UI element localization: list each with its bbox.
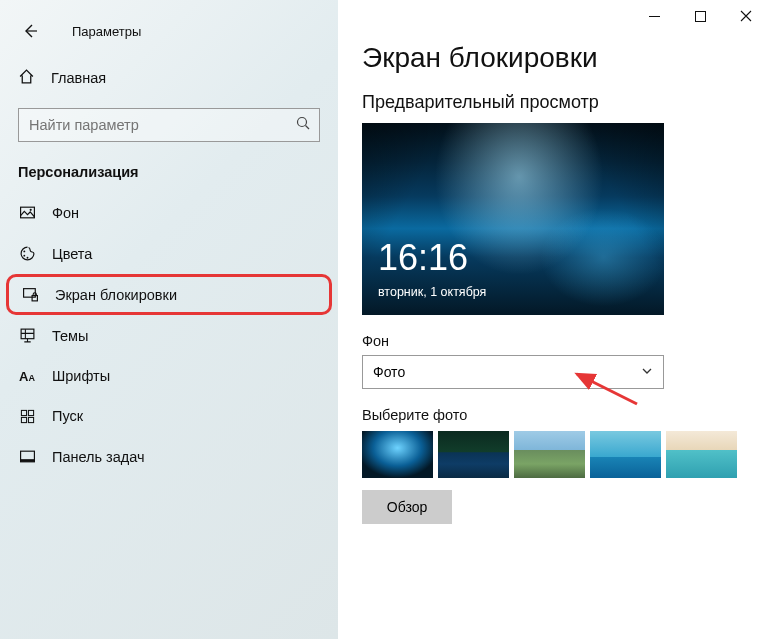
chevron-down-icon: [641, 364, 653, 380]
photo-thumb-4[interactable]: [590, 431, 661, 478]
photo-thumb-3[interactable]: [514, 431, 585, 478]
home-icon: [18, 68, 35, 88]
nav-item-label: Фон: [52, 205, 79, 221]
search-input[interactable]: [29, 117, 295, 133]
nav-item-label: Пуск: [52, 408, 83, 424]
browse-button-label: Обзор: [387, 499, 427, 515]
choose-photo-label: Выберите фото: [362, 407, 745, 423]
arrow-left-icon: [22, 23, 38, 39]
background-field-label: Фон: [362, 333, 745, 349]
nav-item-label: Панель задач: [52, 449, 145, 465]
browse-button[interactable]: Обзор: [362, 490, 452, 524]
dropdown-value: Фото: [373, 364, 405, 380]
palette-icon: [18, 245, 36, 262]
preview-label: Предварительный просмотр: [362, 92, 745, 113]
photo-thumb-5[interactable]: [666, 431, 737, 478]
back-button[interactable]: [8, 16, 52, 46]
page-title: Экран блокировки: [362, 42, 745, 74]
svg-point-2: [29, 209, 31, 211]
background-dropdown[interactable]: Фото: [362, 355, 664, 389]
nav-item-label: Темы: [52, 328, 89, 344]
svg-rect-14: [20, 459, 34, 462]
fonts-icon: AA: [18, 369, 36, 384]
nav-item-fonts[interactable]: AA Шрифты: [0, 356, 338, 396]
minimize-button[interactable]: [631, 0, 677, 32]
picture-icon: [18, 204, 36, 221]
svg-point-0: [298, 118, 307, 127]
nav-item-label: Цвета: [52, 246, 92, 262]
photo-thumbnails: [362, 431, 745, 478]
svg-point-3: [23, 250, 25, 252]
nav-item-taskbar[interactable]: Панель задач: [0, 436, 338, 477]
titlebar-left: Параметры: [0, 8, 338, 58]
maximize-button[interactable]: [677, 0, 723, 32]
themes-icon: [18, 327, 36, 344]
search-icon: [295, 115, 311, 135]
svg-rect-9: [21, 410, 26, 415]
svg-rect-15: [695, 11, 705, 21]
photo-thumb-1[interactable]: [362, 431, 433, 478]
nav-home-label: Главная: [51, 70, 106, 86]
annotation-arrow-icon: [559, 372, 639, 406]
svg-point-4: [23, 255, 25, 257]
taskbar-icon: [18, 448, 36, 465]
window-title: Параметры: [72, 24, 141, 39]
nav-item-start[interactable]: Пуск: [0, 396, 338, 436]
svg-rect-11: [21, 417, 26, 422]
svg-rect-10: [28, 410, 33, 415]
preview-date: вторник, 1 октября: [378, 285, 486, 299]
nav-item-lock-screen[interactable]: Экран блокировки: [6, 274, 332, 315]
nav-home[interactable]: Главная: [0, 58, 338, 98]
nav-item-label: Экран блокировки: [55, 287, 177, 303]
sidebar: Параметры Главная Персонализация Фон: [0, 0, 338, 639]
lock-screen-preview: 16:16 вторник, 1 октября: [362, 123, 664, 315]
close-button[interactable]: [723, 0, 769, 32]
svg-rect-12: [28, 417, 33, 422]
photo-thumb-2[interactable]: [438, 431, 509, 478]
nav-item-colors[interactable]: Цвета: [0, 233, 338, 274]
nav-item-themes[interactable]: Темы: [0, 315, 338, 356]
settings-window: Параметры Главная Персонализация Фон: [0, 0, 769, 639]
lock-screen-icon: [21, 286, 39, 303]
search-input-wrapper[interactable]: [18, 108, 320, 142]
window-controls: [631, 0, 769, 36]
nav-item-background[interactable]: Фон: [0, 192, 338, 233]
main-content: Экран блокировки Предварительный просмот…: [338, 0, 769, 639]
nav-item-label: Шрифты: [52, 368, 110, 384]
svg-point-5: [26, 257, 28, 259]
preview-clock: 16:16: [378, 237, 468, 279]
start-icon: [18, 409, 36, 424]
category-header: Персонализация: [0, 156, 338, 192]
